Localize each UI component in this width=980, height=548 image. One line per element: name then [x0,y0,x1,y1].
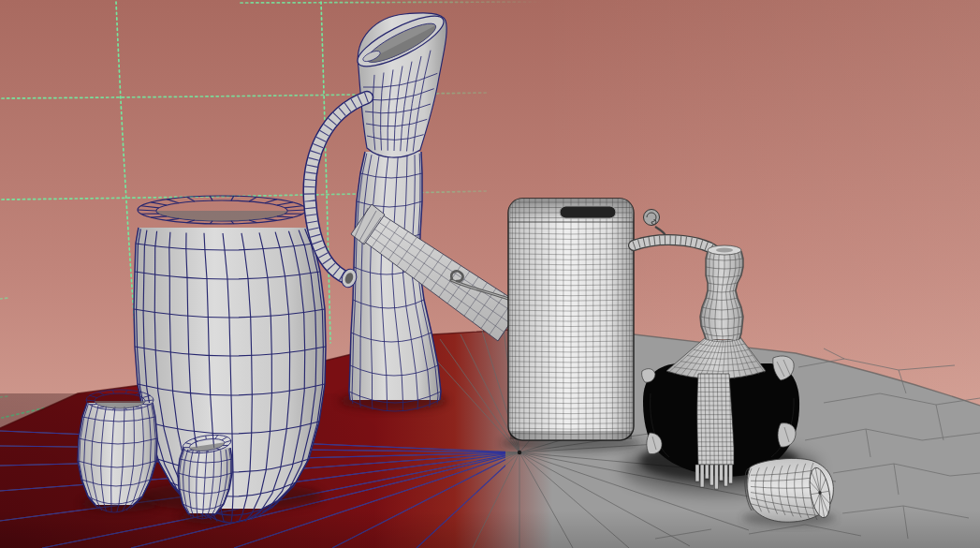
box-bottom-shade [510,431,632,439]
bottom-shading [0,511,980,548]
ribbon-fringe [724,465,728,486]
ribbon-fringe [700,465,704,487]
ribbon-fringe [714,465,718,489]
ribbon-fringe [705,465,709,479]
viewport-canvas[interactable] [0,0,980,548]
ribbon-fringe [729,465,733,483]
wire-line [206,436,207,439]
ribbon-fringe [695,465,699,481]
wire-line [716,248,733,253]
floor-pole-vertex [518,451,521,454]
wire-line [696,374,735,465]
ribbon-fringe [720,465,724,481]
grid-line-horizontal-top [241,2,558,3]
box-handle-slot [560,206,616,218]
ribbon-fringe [709,465,713,485]
viewport-frame [0,0,980,548]
